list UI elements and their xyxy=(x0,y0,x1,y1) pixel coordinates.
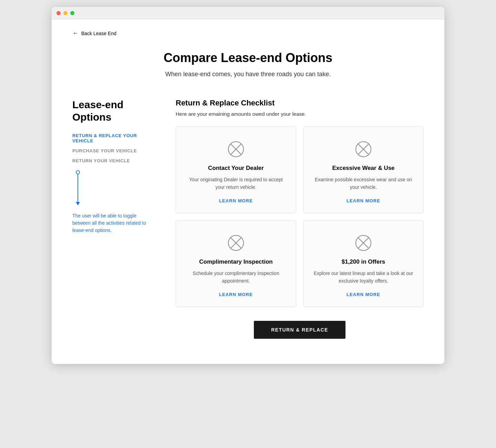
card-4-description: Explore our latest lineup and take a loo… xyxy=(312,269,415,285)
card-1-learn-more[interactable]: LEARN MORE xyxy=(219,198,253,203)
page-title: Compare Lease-end Options xyxy=(72,51,424,65)
browser-content: ← Back Lease End Compare Lease-end Optio… xyxy=(52,19,444,364)
card-excessive-wear: Excessive Wear & Use Examine possible ex… xyxy=(303,126,424,213)
contact-dealer-icon xyxy=(227,141,245,158)
offers-icon xyxy=(355,234,372,252)
checklist-title: Return & Replace Checklist xyxy=(176,99,424,108)
close-dot[interactable] xyxy=(56,11,61,15)
excessive-wear-icon xyxy=(355,141,372,158)
card-contact-dealer: Contact Your Dealer Your originating Dea… xyxy=(176,126,296,213)
card-3-title: Complimentary Inspection xyxy=(199,258,272,265)
maximize-dot[interactable] xyxy=(70,11,74,15)
complimentary-inspection-icon xyxy=(227,234,245,252)
card-4-learn-more[interactable]: LEARN MORE xyxy=(347,292,380,297)
checklist-subtitle: Here are your emaining amounts owed unde… xyxy=(176,111,424,117)
card-1-description: Your originating Dealer is required to a… xyxy=(184,176,288,191)
card-4-title: $1,200 in Offers xyxy=(342,258,385,265)
sidebar-item-return-replace[interactable]: RETURN & REPLACE YOUR VEHICLE xyxy=(72,133,155,143)
sidebar-note: The user will be able to toggle between … xyxy=(72,212,155,234)
card-1-title: Contact Your Dealer xyxy=(208,165,264,172)
main-content: Lease-end Options RETURN & REPLACE YOUR … xyxy=(72,99,424,339)
minimize-dot[interactable] xyxy=(63,11,68,15)
card-complimentary-inspection: Complimentary Inspection Schedule your c… xyxy=(176,220,296,307)
card-2-learn-more[interactable]: LEARN MORE xyxy=(347,198,380,203)
page-subtitle: When lease-end comes, you have three roa… xyxy=(72,71,424,78)
right-panel: Return & Replace Checklist Here are your… xyxy=(176,99,424,339)
page-header: Compare Lease-end Options When lease-end… xyxy=(72,51,424,78)
sidebar: Lease-end Options RETURN & REPLACE YOUR … xyxy=(72,99,155,234)
card-3-learn-more[interactable]: LEARN MORE xyxy=(219,292,253,297)
back-label: Back Lease End xyxy=(81,31,116,36)
sidebar-item-return[interactable]: RETURN YOUR VEHICLE xyxy=(72,158,155,163)
back-link[interactable]: ← Back Lease End xyxy=(72,30,424,37)
card-2-title: Excessive Wear & Use xyxy=(332,165,394,172)
back-arrow-icon: ← xyxy=(72,30,79,37)
card-3-description: Schedule your complimentary inspection a… xyxy=(184,269,288,285)
sidebar-nav: RETURN & REPLACE YOUR VEHICLE PURCHASE Y… xyxy=(72,133,155,163)
browser-window: ← Back Lease End Compare Lease-end Optio… xyxy=(52,7,444,364)
sidebar-title: Lease-end Options xyxy=(72,99,155,123)
sidebar-arrow-indicator xyxy=(76,170,155,205)
card-2-description: Examine possible excessive wear and use … xyxy=(312,176,415,191)
card-offers: $1,200 in Offers Explore our latest line… xyxy=(303,220,424,307)
arrow-line-icon xyxy=(78,174,78,202)
cta-section: RETURN & REPLACE xyxy=(176,321,424,339)
browser-titlebar xyxy=(52,7,444,19)
sidebar-item-purchase[interactable]: PURCHASE YOUR VEHICLE xyxy=(72,148,155,153)
return-replace-button[interactable]: RETURN & REPLACE xyxy=(254,321,345,339)
arrow-tip-icon xyxy=(76,202,80,205)
arrow-dot-icon xyxy=(76,170,80,174)
cards-grid: Contact Your Dealer Your originating Dea… xyxy=(176,126,424,307)
